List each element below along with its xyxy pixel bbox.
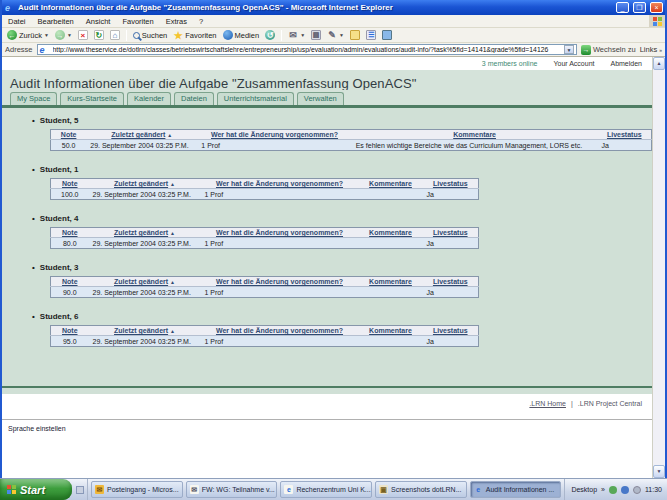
bullet-icon: • (32, 165, 35, 174)
taskbar-button[interactable]: ✉ FW: WG: Teilnahme v... (186, 481, 278, 498)
table-header-row: Note Zuletzt geändert ▲ Wer hat die Ände… (51, 228, 479, 238)
lrn-project-central-link[interactable]: .LRN Project Central (578, 400, 642, 407)
forward-button[interactable]: → ▼ (53, 29, 74, 42)
edit-button[interactable]: ✎ ▼ (325, 29, 346, 42)
logout-link[interactable]: Abmelden (610, 60, 642, 67)
refresh-button[interactable]: ↻ (92, 29, 106, 42)
column-header-changed[interactable]: Zuletzt geändert ▲ (86, 130, 197, 140)
taskbar-button[interactable]: e Rechenzentrum Uni K... (280, 481, 372, 498)
column-header-comments[interactable]: Kommentare (352, 130, 598, 140)
column-header-changed[interactable]: Zuletzt geändert ▲ (89, 326, 201, 336)
taskbar-button[interactable]: ▣ Screenshots dotLRN... (375, 481, 467, 498)
scroll-up-button[interactable]: ▲ (653, 57, 665, 70)
misc-tool-button[interactable] (380, 29, 394, 42)
taskbar-button[interactable]: e Audit Informationen ... (470, 481, 562, 498)
messenger-button[interactable]: ☰ (364, 29, 378, 42)
column-header-who[interactable]: Wer hat die Änderung vorgenommen? (197, 130, 351, 140)
menu-item[interactable]: Ansicht (80, 17, 117, 26)
tray-chevron-icon[interactable]: » (601, 486, 605, 493)
browser-window: e Audit Informationen über die Aufgabe "… (0, 0, 667, 478)
links-menu[interactable]: Links » (640, 45, 662, 54)
restore-button[interactable]: ❐ (633, 2, 646, 13)
forward-dropdown-icon[interactable]: ▼ (67, 32, 72, 38)
column-header-comments[interactable]: Kommentare (359, 277, 423, 287)
back-button[interactable]: ← Zurück ▼ (5, 29, 51, 42)
vertical-scrollbar[interactable]: ▲ ▼ (652, 57, 665, 478)
print-button[interactable]: ▤ (309, 29, 323, 42)
address-dropdown-icon[interactable]: ▼ (564, 45, 574, 54)
edit-dropdown-icon[interactable]: ▼ (339, 32, 344, 38)
column-header-note[interactable]: Note (51, 228, 89, 238)
column-header-note[interactable]: Note (51, 179, 89, 189)
mail-button[interactable]: ✉ ▼ (286, 29, 307, 42)
print-icon: ▤ (311, 30, 321, 40)
column-header-livestatus[interactable]: Livestatus (423, 277, 479, 287)
menu-item[interactable]: Datei (2, 17, 32, 26)
column-header-livestatus[interactable]: Livestatus (423, 179, 479, 189)
column-header-who[interactable]: Wer hat die Änderung vorgenommen? (201, 179, 359, 189)
stop-button[interactable]: × (76, 29, 90, 42)
student-section: • Student, 6 Note Zuletzt geände (2, 307, 652, 347)
column-header-changed[interactable]: Zuletzt geändert ▲ (89, 277, 201, 287)
tray-icon[interactable] (609, 486, 617, 494)
browser-toolbar: ← Zurück ▼ → ▼ × ↻ ⌂ Suchen (2, 28, 665, 43)
menu-item[interactable]: Extras (160, 17, 193, 26)
tray-icon[interactable] (633, 486, 641, 494)
column-header-livestatus[interactable]: Livestatus (423, 228, 479, 238)
column-header-note[interactable]: Note (51, 277, 89, 287)
nav-tab[interactable]: My Space (10, 92, 57, 105)
members-online-link[interactable]: 3 members online (482, 60, 538, 67)
menu-item[interactable]: Bearbeiten (32, 17, 80, 26)
start-button[interactable]: Start (0, 479, 72, 500)
nav-tab[interactable]: Unterrichtsmaterial (217, 92, 294, 105)
footer-separator: | (571, 400, 573, 407)
nav-tab[interactable]: Kalender (127, 92, 171, 105)
student-section: • Student, 5 Note Zuletzt geände (2, 111, 652, 151)
media-button[interactable]: Medien (221, 29, 262, 42)
minimize-button[interactable]: _ (616, 2, 629, 13)
column-header-changed[interactable]: Zuletzt geändert ▲ (89, 179, 201, 189)
home-button[interactable]: ⌂ (108, 29, 122, 42)
favorites-button[interactable]: ★ Favoriten (171, 29, 218, 42)
notes-button[interactable] (348, 29, 362, 42)
column-header-comments[interactable]: Kommentare (359, 228, 423, 238)
close-button[interactable]: × (650, 2, 663, 13)
desktop-toolbar[interactable]: Desktop (571, 486, 597, 493)
column-header-note[interactable]: Note (51, 326, 89, 336)
column-header-who[interactable]: Wer hat die Änderung vorgenommen? (201, 326, 359, 336)
column-header-comments[interactable]: Kommentare (359, 179, 423, 189)
column-header-livestatus[interactable]: Livestatus (598, 130, 652, 140)
menu-item[interactable]: ? (193, 17, 209, 26)
nav-tab[interactable]: Kurs-Startseite (60, 92, 124, 105)
column-header-who[interactable]: Wer hat die Änderung vorgenommen? (201, 228, 359, 238)
nav-tab[interactable]: Dateien (174, 92, 214, 105)
show-desktop-icon[interactable] (76, 486, 84, 494)
go-button[interactable]: → Wechseln zu (581, 45, 636, 55)
column-header-changed[interactable]: Zuletzt geändert ▲ (89, 228, 201, 238)
column-header-comments[interactable]: Kommentare (359, 326, 423, 336)
bullet-icon: • (32, 214, 35, 223)
language-link[interactable]: Sprache einstellen (2, 420, 652, 432)
search-button[interactable]: Suchen (131, 29, 169, 42)
column-header-livestatus[interactable]: Livestatus (423, 326, 479, 336)
tray-icon[interactable] (621, 486, 629, 494)
history-button[interactable]: ↺ (263, 29, 277, 42)
student-section: • Student, 1 Note Zuletzt geände (2, 160, 652, 200)
audit-table: Note Zuletzt geändert ▲ Wer hat die Ände… (50, 129, 652, 151)
back-dropdown-icon[interactable]: ▼ (44, 32, 49, 38)
lrn-home-link[interactable]: .LRN Home (529, 400, 566, 407)
your-account-link[interactable]: Your Account (553, 60, 594, 67)
mail-icon: ✉ (190, 485, 199, 494)
menu-item[interactable]: Favoriten (116, 17, 159, 26)
mail-dropdown-icon[interactable]: ▼ (300, 32, 305, 38)
mail-icon: ✉ (288, 30, 298, 40)
address-input[interactable]: e http://www.theservice.de/dotlrn/classe… (37, 44, 577, 55)
column-header-note[interactable]: Note (51, 130, 87, 140)
scroll-down-button[interactable]: ▼ (653, 465, 665, 478)
nav-tab[interactable]: Verwalten (297, 92, 344, 105)
cell-note: 95.0 (51, 336, 89, 347)
audit-table: Note Zuletzt geändert ▲ Wer hat die Ände… (50, 276, 479, 298)
column-header-who[interactable]: Wer hat die Änderung vorgenommen? (201, 277, 359, 287)
cell-livestatus: Ja (598, 140, 652, 151)
taskbar-button[interactable]: ✉ Posteingang - Micros... (91, 481, 183, 498)
